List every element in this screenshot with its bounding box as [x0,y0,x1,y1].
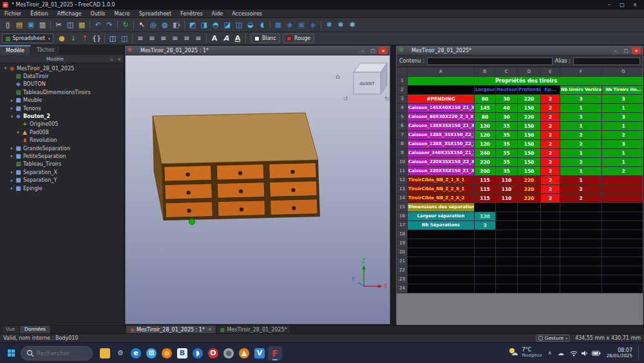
cell-B20[interactable] [475,248,496,257]
cell-A18[interactable] [408,230,475,239]
row-header-17[interactable]: 17 [397,221,408,230]
tree-item-tableau-tiroirs[interactable]: ▦Tableau_Tiroirs [0,161,124,168]
cell-D7[interactable]: 150 [518,131,541,140]
font-bold-button[interactable]: A [209,33,220,44]
tree-item-bouton[interactable]: ◆BOUTON [0,81,124,88]
refresh-button[interactable]: ↻ [120,19,131,31]
cell-B22[interactable] [475,266,496,275]
cell-G23[interactable] [602,275,643,284]
cell-D9[interactable]: 150 [518,149,541,158]
cell-C5[interactable]: 30 [496,113,518,122]
tree-item-mestiroir-28-01-2025[interactable]: ▾◉MesTiroir_28_01_2025 [0,64,124,72]
cell-E4[interactable]: 2 [541,104,560,113]
taskbar-app-settings[interactable]: ⚙ [113,346,128,360]
row-header-20[interactable]: 20 [397,248,408,257]
cell-G20[interactable] [602,248,643,257]
cell-A17[interactable]: Nb Séparations [408,221,475,230]
tree-item-revolution[interactable]: ◖Revolution [0,137,124,144]
row-header-16[interactable]: 16 [397,212,408,221]
volume-icon[interactable] [581,350,589,357]
cell-D18[interactable] [518,230,541,239]
row-header-11[interactable]: 11 [397,167,408,176]
cell-D4[interactable]: 150 [518,104,541,113]
cell-D15[interactable] [518,203,541,212]
start-button[interactable] [4,346,18,360]
new-document-button[interactable]: ▯ [2,19,14,31]
tree-item-separation-x[interactable]: ▸■Separation_X [0,168,124,176]
cell-E11[interactable]: 2 [541,167,560,176]
cell-A10[interactable]: Caisson_220X35X150_Z2_X1 [408,158,475,167]
search-input[interactable] [37,350,87,357]
cell-A14[interactable]: TiroirCible_NB_Z_2_X_2 [408,194,475,203]
tree-item-tableaudimemsionstiroirs[interactable]: ▦TableauDimemsionsTiroirs [0,88,124,96]
cell-A5[interactable]: Caisson_80X30X220_Z_3_X_3 [408,113,475,122]
alias-input[interactable] [573,57,640,65]
cell-G24[interactable] [602,284,643,293]
battery-icon[interactable] [592,351,601,356]
tree-item-bouton-2[interactable]: ▾◆Bouton_2 [0,112,124,120]
taskbar-app-libreoffice[interactable]: B [175,346,189,360]
view-right-button[interactable]: ◪ [222,19,233,31]
cell-E5[interactable]: 2 [541,113,560,122]
cell-E15[interactable] [541,203,560,212]
cell-G12[interactable] [602,176,643,185]
row-header-14[interactable]: 14 [397,194,408,203]
cell-F16[interactable] [560,212,602,221]
cell-B5[interactable]: 80 [475,113,496,122]
column-header-G[interactable]: G [602,68,643,77]
cell-D8[interactable]: 150 [518,140,541,149]
cell-D24[interactable] [518,284,541,293]
code-braces-button[interactable]: {} [91,33,102,44]
cell-A11[interactable]: Caisson_220X35X150_Z1_X2 [408,167,475,176]
freeze-view-button[interactable]: ❄ [323,19,335,31]
document-tab-mestiroir-28-01-2025-1[interactable]: ◉MesTiroir_28_01_2025 : 1*× [126,326,216,333]
cell-G22[interactable] [602,266,643,275]
row-header-13[interactable]: 13 [397,185,408,194]
taskbar-app-thunderbird[interactable]: ◗ [191,346,205,360]
draw-style-button[interactable]: ◧▾ [171,19,182,31]
view-left-button[interactable]: ◖ [256,19,268,31]
cell-E24[interactable] [541,284,560,293]
cabinet-model[interactable] [153,113,320,225]
cell-D19[interactable] [518,239,541,248]
view-rear-button[interactable]: ◫ [233,19,245,31]
cell-F5[interactable]: 3 [560,113,602,122]
taskbar-app-vlc[interactable]: ▲ [237,346,251,360]
view-bottom-button[interactable]: ◒ [245,19,256,31]
3d-view-maximize-button[interactable]: □ [368,47,377,54]
window-maximize-button[interactable]: □ [616,1,629,9]
taskbar-clock[interactable]: 08:07 28/01/2025 [607,348,632,358]
cell-F13[interactable]: 2 [560,185,602,194]
cell-C2[interactable]: Hauteur [496,86,518,95]
wifi-icon[interactable] [570,350,578,357]
cell-B24[interactable] [475,284,496,293]
redo-button[interactable]: ↷ [104,19,115,31]
column-header-D[interactable]: D [518,68,541,77]
column-header-E[interactable]: E [541,68,560,77]
row-header-4[interactable]: 4 [397,104,408,113]
cell-B3[interactable]: 80 [475,95,496,104]
cell-B23[interactable] [475,275,496,284]
cell-D23[interactable] [518,275,541,284]
cell-A8[interactable]: Caisson_120X_35X150_Z2_X3 [408,140,475,149]
row-header-22[interactable]: 22 [397,266,408,275]
cell-C7[interactable]: 35 [496,131,518,140]
save-button[interactable]: ▣ [25,19,37,31]
cell-E12[interactable]: 2 [541,176,560,185]
cell-G5[interactable]: 3 [602,113,643,122]
taskbar-search[interactable] [21,346,93,360]
panel-tab-t-ches[interactable]: Tâches [31,46,61,55]
cell-B13[interactable]: 115 [475,185,496,194]
panel-close-icon[interactable]: × [117,57,121,62]
cell-D21[interactable] [518,257,541,266]
tree-item-separation-y[interactable]: ▸■Separation_Y [0,176,124,184]
column-header-A[interactable]: A [408,68,475,77]
cell-B17[interactable]: 3 [475,221,496,230]
expand-arrow-icon[interactable]: ▾ [3,66,8,71]
cell-C22[interactable] [496,266,518,275]
cell-E20[interactable] [541,248,560,257]
spreadsheet-close-button[interactable]: × [632,47,641,54]
cell-D6[interactable]: 150 [518,122,541,131]
contenu-input[interactable] [427,57,553,65]
cell-F9[interactable]: 1 [560,149,602,158]
